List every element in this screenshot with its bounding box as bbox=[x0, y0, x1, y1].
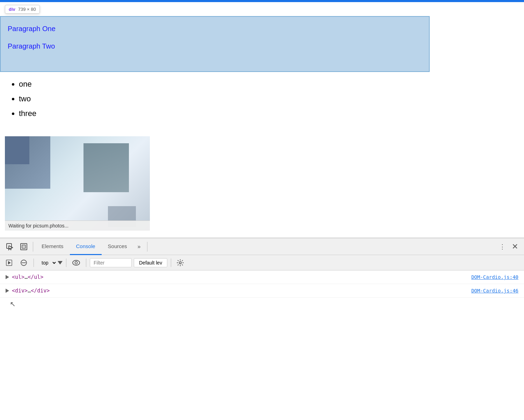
log-source-div[interactable]: DOM-Cardio.js:46 bbox=[471, 288, 518, 294]
console-clear-button[interactable] bbox=[17, 256, 30, 269]
element-tooltip: div 739 × 80 bbox=[5, 5, 40, 14]
svg-rect-2 bbox=[22, 245, 26, 248]
devtools-panel: Elements Console Sources » ⋮ ✕ bbox=[0, 238, 524, 420]
svg-marker-4 bbox=[8, 261, 11, 265]
bullet-list: one two three bbox=[10, 77, 36, 121]
tab-more[interactable]: » bbox=[133, 238, 145, 255]
tab-elements[interactable]: Elements bbox=[35, 238, 70, 255]
svg-point-8 bbox=[73, 260, 80, 265]
dropdown-arrow-icon bbox=[58, 261, 63, 265]
toolbar-separator-2 bbox=[147, 242, 147, 252]
tab-elements-label: Elements bbox=[42, 243, 64, 249]
svg-marker-7 bbox=[58, 261, 63, 265]
tab-sources[interactable]: Sources bbox=[102, 238, 133, 255]
console-settings-button[interactable] bbox=[175, 257, 186, 268]
tab-console-label: Console bbox=[76, 243, 95, 249]
console-filter-input[interactable] bbox=[90, 258, 132, 267]
image-placeholder bbox=[5, 136, 150, 231]
tab-more-label: » bbox=[138, 244, 141, 250]
close-icon: ✕ bbox=[512, 242, 518, 251]
status-text: Waiting for picsum.photos... bbox=[8, 223, 68, 229]
default-level-button[interactable]: Default lev bbox=[134, 258, 167, 267]
tab-console[interactable]: Console bbox=[70, 238, 102, 255]
devtools-close-button[interactable]: ✕ bbox=[509, 240, 521, 253]
page-area: div 739 × 80 Paragraph One Paragraph Two… bbox=[0, 0, 524, 238]
paragraph-one: Paragraph One bbox=[1, 17, 429, 34]
cursor-icon: ↖ bbox=[10, 300, 16, 308]
expand-icon-ul[interactable] bbox=[6, 275, 9, 279]
cursor-row: ↖ bbox=[0, 298, 524, 310]
context-dropdown[interactable]: top bbox=[37, 258, 57, 267]
paragraph-two: Paragraph Two bbox=[1, 34, 429, 52]
console-sep-1 bbox=[34, 259, 34, 267]
devtools-toolbar: Elements Console Sources » ⋮ ✕ bbox=[0, 238, 524, 255]
svg-point-9 bbox=[75, 261, 78, 264]
browser-top-bar bbox=[0, 0, 524, 2]
highlighted-element: Paragraph One Paragraph Two bbox=[0, 16, 430, 72]
list-item: one bbox=[19, 77, 36, 92]
list-item: two bbox=[19, 92, 36, 106]
console-sep-3 bbox=[86, 259, 86, 267]
tooltip-dimensions: 739 × 80 bbox=[18, 7, 36, 12]
console-sep-2 bbox=[66, 259, 66, 267]
console-run-button[interactable] bbox=[3, 256, 15, 269]
tab-sources-label: Sources bbox=[108, 243, 127, 249]
console-log-area: <ul>…</ul> DOM-Cardio.js:40 <div>…</div>… bbox=[0, 270, 524, 420]
console-sep-4 bbox=[171, 259, 171, 267]
log-code-ul: <ul>…</ul> bbox=[12, 274, 471, 280]
console-subtoolbar: top Default lev bbox=[0, 255, 524, 270]
svg-point-10 bbox=[179, 262, 181, 264]
devtools-menu-button[interactable]: ⋮ bbox=[496, 240, 509, 253]
log-row-div: <div>…</div> DOM-Cardio.js:46 bbox=[0, 284, 524, 298]
inspect-box-button[interactable] bbox=[17, 240, 31, 254]
console-eye-button[interactable] bbox=[70, 256, 82, 269]
log-row-ul: <ul>…</ul> DOM-Cardio.js:40 bbox=[0, 270, 524, 284]
image-shape-2 bbox=[5, 136, 29, 164]
default-level-label: Default lev bbox=[139, 260, 162, 266]
inspect-cursor-button[interactable] bbox=[3, 240, 17, 254]
list-item: three bbox=[19, 106, 36, 121]
image-shape-3 bbox=[83, 143, 129, 192]
log-code-div: <div>…</div> bbox=[12, 288, 471, 294]
toolbar-separator bbox=[33, 242, 33, 252]
log-source-ul[interactable]: DOM-Cardio.js:40 bbox=[471, 274, 518, 280]
expand-icon-div[interactable] bbox=[6, 289, 9, 293]
three-dots-icon: ⋮ bbox=[499, 243, 505, 251]
tooltip-tag: div bbox=[9, 7, 15, 12]
status-bar: Waiting for picsum.photos... bbox=[5, 220, 150, 231]
image-area: Waiting for picsum.photos... bbox=[5, 136, 150, 231]
list-area: one two three bbox=[10, 77, 36, 121]
